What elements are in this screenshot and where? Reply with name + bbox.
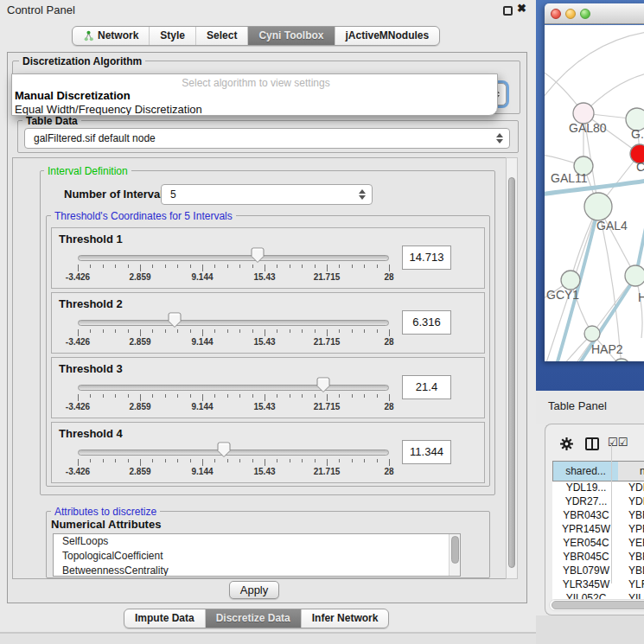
tab-cyni-toolbox[interactable]: Cyni Toolbox <box>248 27 335 45</box>
slider-ticks <box>78 394 389 403</box>
threshold-slider-track[interactable] <box>78 320 389 326</box>
cell-name: YBR0... <box>628 509 644 521</box>
number-of-intervals-combobox[interactable]: 5 <box>161 184 373 205</box>
table-horizontal-scrollbar[interactable] <box>549 599 644 611</box>
network-icon <box>83 30 94 41</box>
tick-mark <box>277 265 277 268</box>
bottom-tab-impute-data[interactable]: Impute Data <box>124 609 206 628</box>
threshold-panel-3: Threshold 3-3.4262.8599.14415.4321.71528… <box>51 357 485 418</box>
dropdown-placeholder-item[interactable]: Select algorithm to view settings <box>12 77 497 89</box>
network-view-window: GAL80G.CGAL11GAL4GCY1HHAP2 <box>545 3 644 361</box>
column-header-shared-name[interactable]: shared... <box>552 461 619 481</box>
table-row[interactable]: YBR045CYBR0... <box>552 551 644 564</box>
discretization-algorithm-label: Discretization Algorithm <box>19 55 145 67</box>
threshold-slider-thumb[interactable] <box>251 247 265 264</box>
network-node[interactable] <box>561 271 580 290</box>
table-row[interactable]: YDR27...YDR2... <box>552 495 644 509</box>
network-window-titlebar[interactable] <box>545 3 644 24</box>
table-row[interactable]: YBR043CYBR0... <box>552 509 644 523</box>
tick-label: 2.859 <box>129 337 150 347</box>
tick-mark <box>227 329 228 333</box>
tick-mark <box>128 265 129 268</box>
gear-icon[interactable] <box>559 437 574 451</box>
tab-style[interactable]: Style <box>150 27 196 45</box>
tick-mark <box>90 459 91 462</box>
network-canvas[interactable]: GAL80G.CGAL11GAL4GCY1HHAP2 <box>545 25 644 361</box>
settings-vertical-scrollbar[interactable] <box>506 157 518 579</box>
tick-mark <box>290 459 290 462</box>
threshold-slider-thumb[interactable] <box>168 312 182 328</box>
scrollbar-thumb[interactable] <box>552 601 644 609</box>
tick-mark <box>302 459 303 462</box>
dropdown-option-equal-width[interactable]: Equal Width/Frequency Discretization <box>12 103 497 116</box>
table-row[interactable]: YLR345WYLR3... <box>552 578 644 592</box>
tick-label: 28 <box>384 272 393 282</box>
network-node[interactable] <box>584 193 612 220</box>
numerical-attributes-list[interactable]: SelfLoopsTopologicalCoefficientBetweenne… <box>53 533 461 577</box>
traffic-light-zoom-icon[interactable] <box>580 9 590 19</box>
tick-mark <box>152 394 153 398</box>
tick-label: -3.426 <box>66 337 90 347</box>
threshold-slider-track[interactable] <box>78 255 389 261</box>
numerical-attributes-label: Numerical Attributes <box>51 518 161 531</box>
table-row[interactable]: YPR145WYPR1... <box>552 523 644 537</box>
tick-mark <box>177 459 178 462</box>
traffic-light-minimize-icon[interactable] <box>565 9 576 19</box>
tab-select[interactable]: Select <box>196 27 248 45</box>
threshold-slider-track[interactable] <box>78 450 389 456</box>
threshold-slider-thumb[interactable] <box>217 442 231 458</box>
tick-mark <box>315 459 316 462</box>
columns-icon[interactable] <box>585 437 599 450</box>
tick-mark <box>302 265 303 268</box>
tick-mark <box>115 329 116 333</box>
tick-mark <box>78 329 79 336</box>
tick-mark <box>339 394 340 398</box>
tick-mark <box>177 265 178 268</box>
tick-mark <box>90 329 91 333</box>
tick-mark <box>152 329 153 333</box>
tab-network[interactable]: Network <box>73 27 150 45</box>
table-row[interactable]: YER054CYER0... <box>552 537 644 551</box>
float-window-icon[interactable] <box>503 6 513 16</box>
tick-mark <box>352 394 353 398</box>
tick-mark <box>277 459 277 462</box>
cell-shared-name: YBR043C <box>558 509 615 521</box>
bottom-tab-discretize-data[interactable]: Discretize Data <box>206 609 302 628</box>
dropdown-option-manual-discretization[interactable]: Manual Discretization <box>12 89 497 102</box>
threshold-slider-thumb[interactable] <box>316 377 330 393</box>
tick-mark <box>239 265 240 268</box>
tab-label: jActiveMNodules <box>346 29 430 41</box>
combo-arrows-icon <box>496 133 503 143</box>
tick-mark <box>377 329 378 333</box>
tick-label: 21.715 <box>314 272 341 282</box>
tick-mark <box>177 329 178 333</box>
column-header-name[interactable]: n... <box>618 461 644 481</box>
cell-name: YLR3... <box>628 578 644 590</box>
traffic-light-close-icon[interactable] <box>551 9 561 19</box>
network-node[interactable] <box>584 326 600 341</box>
threshold-value-field[interactable]: 21.4 <box>402 375 451 399</box>
table-data-combobox[interactable]: galFiltered.sif default node <box>24 128 510 149</box>
tab-jactivemnodules[interactable]: jActiveMNodules <box>335 27 440 45</box>
table-row[interactable]: YDL19...YDL1... <box>552 481 644 495</box>
attribute-list-item[interactable]: SelfLoops <box>54 534 460 549</box>
attributes-list-scrollbar[interactable] <box>449 534 460 576</box>
threshold-value-field[interactable]: 6.316 <box>402 310 451 335</box>
combo-arrows-icon <box>359 189 366 200</box>
tick-mark <box>290 265 290 268</box>
network-node[interactable] <box>625 265 644 286</box>
threshold-value-field[interactable]: 14.713 <box>402 245 451 270</box>
attribute-list-item[interactable]: TopologicalCoefficient <box>54 549 460 564</box>
tick-label: 9.144 <box>191 467 213 476</box>
node-label: G. <box>631 127 644 141</box>
attribute-list-item[interactable]: BetweennessCentrality <box>54 564 460 577</box>
apply-button[interactable]: Apply <box>229 581 279 599</box>
scrollbar-thumb[interactable] <box>451 536 459 564</box>
table-row[interactable]: YBL079WYBL0... <box>552 564 644 578</box>
bottom-tab-infer-network[interactable]: Infer Network <box>302 609 389 628</box>
threshold-value-field[interactable]: 11.344 <box>402 440 451 464</box>
close-icon[interactable]: ✖ <box>517 2 526 15</box>
scrollbar-thumb[interactable] <box>508 177 515 568</box>
node-label: C <box>636 160 644 174</box>
threshold-slider-track[interactable] <box>78 385 389 391</box>
